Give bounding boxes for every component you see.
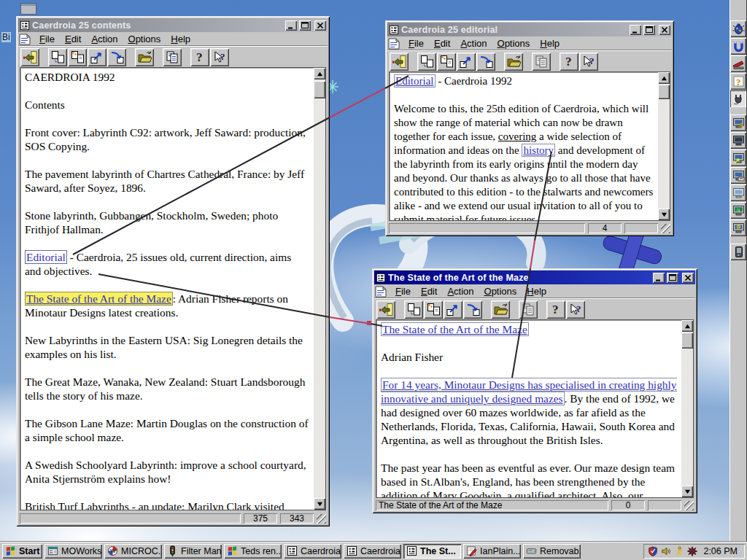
plug-icon[interactable] [730,90,746,107]
taskbar-button-removable[interactable]: Removab... [523,544,581,559]
taskbar-button-moworks[interactable]: MOWorks [44,544,102,559]
menu-help[interactable]: Help [535,37,565,50]
editorial-link[interactable]: Editorial [25,250,67,264]
computer-dollar-icon[interactable] [730,114,746,131]
scrollbar-thumb[interactable] [314,81,325,98]
speaker-icon[interactable] [661,546,671,556]
taskbar-button-microc[interactable]: MICROC... [104,544,162,559]
resize-grip[interactable] [317,514,326,524]
window-caerdroia-editorial[interactable]: Caerdroia 25 editorial File Edit Action … [385,20,674,236]
copy-page-button[interactable] [48,48,67,66]
menu-action[interactable]: Action [455,37,492,50]
exit-door-button[interactable] [376,300,395,319]
shield-icon[interactable] [648,546,658,556]
link-forward-button[interactable] [444,300,462,319]
replace-page-button[interactable] [424,300,443,319]
stapler-icon[interactable] [730,55,746,72]
desktop-icon-label[interactable]: Bi [1,32,11,42]
menu-action[interactable]: Action [442,285,479,298]
history-link[interactable]: history [522,144,555,157]
link-back-button[interactable] [463,300,482,319]
menu-options[interactable]: Options [492,37,535,50]
maximize-button[interactable] [299,20,311,31]
scroll-down-button[interactable] [681,486,693,497]
context-help-button[interactable] [579,52,598,71]
open-folder-button[interactable] [504,52,523,71]
maximize-button[interactable] [667,273,678,283]
walking-figure-icon[interactable] [674,546,684,556]
document-page-icon[interactable] [18,34,31,45]
menu-edit[interactable]: Edit [429,37,455,50]
document-page-icon[interactable] [387,38,400,50]
window-state-of-the-art[interactable]: The State of the Art of the Maze File Ed… [372,268,697,513]
menu-action[interactable]: Action [86,33,123,45]
scroll-up-button[interactable] [681,320,693,332]
editorial-link[interactable]: Editorial [394,74,436,88]
menu-options[interactable]: Options [479,285,522,298]
exit-door-button[interactable] [390,52,409,71]
scroll-down-button[interactable] [658,209,670,220]
resize-grip[interactable] [661,224,670,233]
vertical-scrollbar[interactable] [681,320,693,497]
computer-green-icon[interactable] [730,202,746,219]
link-forward-button[interactable] [88,48,107,66]
menu-file[interactable]: File [34,33,60,45]
exit-door-button[interactable] [20,48,39,66]
menu-edit[interactable]: Edit [60,33,86,45]
copy-page-button[interactable] [404,300,423,319]
link-back-button[interactable] [107,48,126,66]
taskbar-button-teds[interactable]: Teds ren... [224,544,282,559]
taskbar-button-caerdroia-2[interactable]: Caerdroia... [344,544,401,559]
window-caerdroia-contents[interactable]: Caerdroia 25 contents File Edit Action O… [16,16,330,526]
help-button[interactable] [190,48,209,66]
computer-dark-icon[interactable] [730,132,746,149]
menu-file[interactable]: File [403,37,429,50]
menu-options[interactable]: Options [123,33,166,45]
copy-button[interactable] [519,300,538,319]
help-button[interactable] [546,300,565,319]
resize-grip[interactable] [684,501,694,510]
close-button[interactable] [314,20,326,31]
start-button[interactable]: Start [2,544,42,559]
menu-file[interactable]: File [390,285,416,298]
titlebar[interactable]: Caerdroia 25 contents [18,18,328,32]
scrollbar-thumb[interactable] [681,332,693,349]
taskbar-button-caerdroia-1[interactable]: Caerdroia... [284,544,341,559]
copy-button[interactable] [163,48,182,66]
desktop-icon-partial[interactable] [20,3,36,15]
open-folder-button[interactable] [491,300,510,319]
magnet-icon[interactable] [730,38,746,55]
close-button[interactable] [682,273,694,283]
vertical-scrollbar[interactable] [658,72,670,220]
scroll-down-button[interactable] [314,498,325,510]
menu-help[interactable]: Help [522,285,551,298]
taskbar-button-ianplain[interactable]: IanPlain.... [463,544,521,559]
menu-edit[interactable]: Edit [416,285,442,298]
open-folder-button[interactable] [135,48,154,66]
computer-arrow-icon[interactable] [730,149,746,166]
document-page-icon[interactable] [374,286,387,298]
scroll-up-button[interactable] [658,72,670,84]
state-heading-link[interactable]: The State of the Art of the Maze [381,322,529,336]
computer-face-icon[interactable] [730,219,746,236]
minimize-button[interactable] [285,20,297,31]
computer-light-icon[interactable] [730,184,746,201]
bug-icon[interactable] [730,20,746,37]
scrollbar-thumb[interactable] [658,85,670,99]
menu-help[interactable]: Help [166,33,196,45]
replace-page-button[interactable] [437,52,456,71]
help-question-icon[interactable] [730,73,746,90]
titlebar[interactable]: Caerdroia 25 editorial [387,23,672,36]
minimize-button[interactable] [653,273,665,283]
computer-disk-icon[interactable] [730,167,746,184]
context-help-button[interactable] [210,48,229,66]
covering-note-link[interactable]: covering [498,131,536,142]
context-help-button[interactable] [566,300,585,319]
state-of-the-art-link-highlighted[interactable]: The State of the Art of the Maze [25,292,173,306]
help-button[interactable] [560,52,578,71]
scroll-up-button[interactable] [314,68,325,79]
maximize-button[interactable] [643,25,655,35]
virus-splat-icon[interactable] [687,546,697,556]
taskbar-button-filter-manager[interactable]: Filter Man... [164,544,222,559]
taskbar-button-the-state[interactable]: The St... [403,544,461,559]
